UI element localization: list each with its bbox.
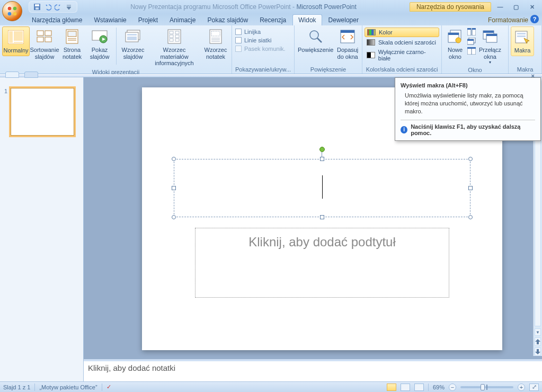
scroll-down-button[interactable]: ▼: [535, 328, 541, 336]
outline-pane-tab[interactable]: [24, 72, 38, 78]
resize-handle-w[interactable]: [172, 186, 176, 190]
sorter-view-status-button[interactable]: [401, 384, 410, 391]
gridlines-checkbox[interactable]: Linie siatki: [234, 37, 287, 44]
view-notes-page-button[interactable]: Strona notatek: [59, 26, 85, 61]
svg-rect-48: [472, 28, 476, 30]
color-mode-button[interactable]: Kolor: [365, 28, 439, 37]
group-color-grayscale: Kolor Skala odcieni szarości Wyłącznie c…: [362, 25, 442, 74]
title-placeholder[interactable]: [174, 159, 470, 217]
slides-pane-tab[interactable]: [5, 72, 19, 78]
thumb-preview[interactable]: [11, 88, 74, 136]
label: Powiększenie: [298, 47, 333, 54]
svg-rect-43: [448, 33, 459, 35]
prev-slide-button[interactable]: [535, 337, 541, 346]
zoom-out-button[interactable]: −: [449, 384, 456, 391]
spellcheck-icon[interactable]: ✓: [106, 384, 111, 390]
slide-thumbnail[interactable]: 1: [0, 85, 83, 139]
resize-handle-n[interactable]: [320, 157, 324, 161]
qat-customize-icon[interactable]: [64, 2, 74, 12]
maximize-button[interactable]: ▢: [510, 3, 522, 11]
fit-to-window-status-button[interactable]: ⤢: [529, 384, 539, 391]
new-window-button[interactable]: Nowe okno: [444, 26, 466, 61]
resize-handle-se[interactable]: [468, 215, 473, 219]
tab-home[interactable]: Narzędzia główne: [26, 15, 87, 25]
info-icon: i: [401, 126, 407, 133]
svg-rect-13: [37, 37, 43, 42]
thumbnail-pane[interactable]: 1: [0, 74, 84, 381]
label: Pasek komunik.: [244, 46, 286, 52]
status-bar: Slajd 1 z 1 „Motyw pakietu Office” ✓ 69%…: [0, 381, 542, 392]
next-slide-button[interactable]: [535, 348, 541, 356]
tab-animations[interactable]: Animacje: [164, 15, 201, 25]
tab-slideshow[interactable]: Pokaz slajdów: [202, 15, 253, 25]
switch-windows-icon: [482, 28, 499, 45]
resize-handle-e[interactable]: [468, 186, 473, 190]
zoom-level[interactable]: 69%: [433, 384, 445, 390]
svg-rect-9: [14, 31, 23, 41]
svg-rect-47: [467, 28, 471, 30]
zoom-slider[interactable]: [460, 386, 513, 388]
resize-handle-ne[interactable]: [468, 157, 473, 161]
tab-developer[interactable]: Deweloper: [323, 15, 364, 25]
handout-master-button[interactable]: Wzorzec materiałów informacyjnych: [148, 26, 201, 68]
rotation-handle[interactable]: [319, 147, 325, 152]
cascade-button[interactable]: [467, 38, 476, 45]
sorter-icon: [36, 28, 53, 45]
tab-insert[interactable]: Wstawianie: [88, 15, 131, 25]
group-window: Nowe okno Przełącz okna▾ Okno: [442, 25, 509, 74]
view-normal-button[interactable]: Normalny: [2, 26, 30, 56]
macros-button[interactable]: Makra: [511, 26, 534, 56]
notes-pane[interactable]: Kliknij, aby dodać notatki: [84, 359, 542, 381]
tab-design[interactable]: Projekt: [133, 15, 163, 25]
view-sorter-button[interactable]: Sortowanie slajdów: [31, 26, 58, 61]
bw-swatch-icon: [367, 52, 375, 58]
view-slideshow-button[interactable]: Pokaz slajdów: [86, 26, 113, 61]
office-button[interactable]: [2, 1, 22, 21]
slideshow-view-status-button[interactable]: [414, 384, 424, 391]
subtitle-placeholder[interactable]: Kliknij, aby dodać podtytuł: [195, 228, 449, 298]
label: Wzorzec slajdów: [120, 47, 146, 60]
grayscale-swatch-icon: [367, 39, 375, 46]
ruler-checkbox[interactable]: Linijka: [234, 28, 287, 35]
label: Wzorzec materiałów informacyjnych: [149, 47, 200, 67]
label: Makra: [514, 47, 531, 54]
tab-view[interactable]: Widok: [292, 14, 322, 25]
zoom-button[interactable]: Powiększenie: [297, 26, 334, 55]
fit-window-button[interactable]: Dopasuj do okna: [335, 26, 360, 61]
resize-handle-s[interactable]: [320, 215, 324, 219]
switch-windows-button[interactable]: Przełącz okna▾: [477, 26, 503, 66]
svg-rect-10: [14, 42, 23, 43]
svg-rect-60: [517, 33, 526, 34]
arrange-all-button[interactable]: [467, 28, 476, 35]
normal-view-status-button[interactable]: [387, 384, 396, 391]
label: Pokaz slajdów: [87, 47, 112, 60]
zoom-slider-thumb[interactable]: [481, 384, 485, 390]
zoom-in-button[interactable]: +: [518, 384, 525, 391]
bw-mode-button[interactable]: Wyłącznie czarno-białe: [365, 48, 439, 63]
minimize-button[interactable]: —: [494, 3, 506, 11]
slide-position: Slajd 1 z 1: [3, 384, 30, 390]
svg-rect-24: [127, 37, 137, 40]
redo-icon[interactable]: [54, 2, 63, 12]
save-icon[interactable]: [32, 2, 42, 12]
messagebar-checkbox[interactable]: Pasek komunik.: [234, 45, 287, 52]
undo-icon[interactable]: [43, 2, 52, 12]
ribbon-tabs: Narzędzia główne Wstawianie Projekt Anim…: [0, 14, 542, 25]
fit-icon: [339, 28, 356, 45]
tab-review[interactable]: Recenzja: [254, 15, 291, 25]
close-button[interactable]: ✕: [526, 3, 538, 11]
tab-format[interactable]: Formatowanie: [483, 15, 534, 25]
svg-point-0: [8, 7, 12, 11]
move-split-button[interactable]: [467, 47, 476, 55]
svg-point-1: [13, 7, 17, 11]
slide-master-button[interactable]: Wzorzec slajdów: [119, 26, 147, 61]
label: Dopasuj do okna: [336, 47, 359, 60]
tooltip-title: Wyświetl makra (Alt+F8): [401, 82, 535, 88]
svg-rect-56: [483, 31, 494, 33]
resize-handle-nw[interactable]: [172, 157, 176, 161]
grayscale-mode-button[interactable]: Skala odcieni szarości: [365, 38, 439, 47]
resize-handle-sw[interactable]: [172, 215, 176, 219]
help-icon[interactable]: ?: [530, 15, 539, 23]
notes-master-button[interactable]: Wzorzec notatek: [202, 26, 229, 61]
normal-view-icon: [7, 29, 24, 46]
